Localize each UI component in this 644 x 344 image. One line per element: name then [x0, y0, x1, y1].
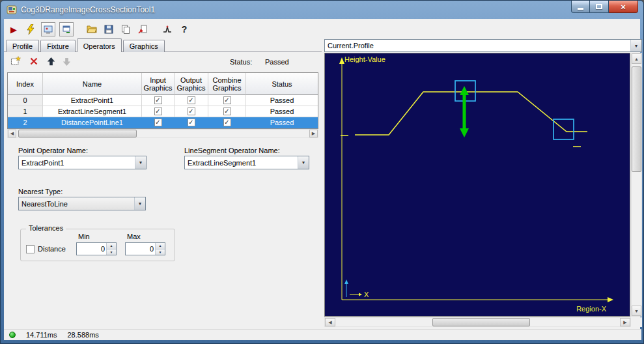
profile-vscrollbar[interactable]: ▲ ▼: [631, 53, 642, 317]
spin-up-icon[interactable]: ▲: [107, 243, 116, 250]
table-row[interactable]: 1 ExtractLineSegment1 ✓ ✓ ✓ Passed: [8, 106, 318, 117]
cell-input-graphics: ✓: [142, 106, 175, 117]
operators-toolbar: Status: Passed: [7, 55, 318, 68]
scroll-thumb[interactable]: [18, 130, 137, 137]
close-button[interactable]: ×: [609, 1, 638, 13]
arrow-up-icon: [46, 57, 56, 66]
max-spinner[interactable]: 0 ▲ ▼: [125, 242, 165, 255]
checkbox[interactable]: ✓: [223, 108, 231, 115]
status-value: Passed: [265, 58, 289, 66]
import-arrow-icon: [137, 24, 148, 35]
run-button[interactable]: ▶: [7, 23, 20, 36]
operators-table: Index Name Input Graphics Output Graphic…: [7, 72, 318, 129]
profile-display[interactable]: Height-Value Region-X X: [324, 53, 630, 317]
copy-button[interactable]: [119, 23, 132, 36]
show-image-button[interactable]: [41, 22, 55, 36]
nearest-type-label: Nearest Type:: [18, 188, 63, 195]
help-button[interactable]: ?: [178, 23, 191, 36]
check-icon: ✓: [224, 108, 229, 115]
col-header-name[interactable]: Name: [43, 73, 142, 95]
checkbox[interactable]: ✓: [188, 96, 195, 104]
scroll-thumb[interactable]: [632, 66, 641, 172]
check-icon: ✓: [155, 108, 160, 115]
add-operator-button[interactable]: [10, 55, 21, 67]
table-hscrollbar[interactable]: ◀ ▶: [7, 129, 318, 138]
open-button[interactable]: [85, 23, 98, 36]
scroll-left-arrow[interactable]: ◀: [8, 130, 16, 137]
y-axis-label: Height-Value: [344, 55, 385, 63]
min-spinner[interactable]: 0 ▲ ▼: [76, 242, 117, 255]
title-bar[interactable]: Cog3DRangeImageCrossSectionTool1 ×: [1, 1, 643, 19]
run-params-button[interactable]: [24, 23, 37, 36]
spin-down-icon[interactable]: ▼: [156, 250, 165, 255]
cell-output-graphics: ✓: [175, 117, 208, 128]
scroll-left-arrow[interactable]: ◀: [325, 318, 335, 326]
checkbox[interactable]: ✓: [223, 96, 231, 104]
profile-end-dashes: [341, 136, 581, 147]
dropdown-arrow-icon[interactable]: ▾: [298, 156, 309, 169]
check-icon: ✓: [188, 119, 193, 126]
cell-input-graphics: ✓: [142, 95, 175, 106]
point-operator-combobox[interactable]: ExtractPoint1 ▾: [18, 156, 147, 169]
scroll-right-arrow[interactable]: ▶: [620, 318, 630, 326]
tab-operators[interactable]: Operators: [77, 38, 122, 52]
dropdown-arrow-icon[interactable]: ▾: [630, 40, 641, 51]
minimize-button[interactable]: [571, 1, 590, 13]
checkbox[interactable]: ✓: [223, 119, 231, 126]
distance-arrowhead-bottom: [460, 128, 469, 137]
col-header-output-graphics[interactable]: Output Graphics: [175, 73, 208, 95]
col-header-combine-graphics[interactable]: Combine Graphics: [208, 73, 246, 95]
checkbox[interactable]: ✓: [188, 108, 195, 115]
dropdown-arrow-icon[interactable]: ▾: [135, 156, 146, 169]
col-header-input-graphics[interactable]: Input Graphics: [142, 73, 175, 95]
save-button[interactable]: [102, 23, 115, 36]
origin-y-arrowhead: [344, 280, 348, 284]
nearest-type-combobox[interactable]: NearestToLine ▾: [18, 197, 146, 210]
cell-index: 0: [8, 95, 43, 106]
linesegment-operator-combobox[interactable]: ExtractLineSegment1 ▾: [184, 156, 309, 169]
app-window: Cog3DRangeImageCrossSectionTool1 × ▶: [0, 0, 644, 344]
expression-button[interactable]: [161, 23, 174, 36]
cell-name: ExtractPoint1: [43, 95, 142, 106]
distance-checkbox[interactable]: [26, 245, 35, 253]
max-value[interactable]: 0: [126, 243, 155, 255]
cell-combine-graphics: ✓: [208, 106, 246, 117]
point-operator-label: Point Operator Name:: [18, 147, 88, 154]
scroll-up-arrow[interactable]: ▲: [632, 53, 641, 64]
help-icon: ?: [182, 24, 188, 35]
profile-selector-combobox[interactable]: Current.Profile ▾: [324, 39, 642, 52]
float-window-button[interactable]: [59, 22, 74, 36]
table-row-selected[interactable]: 2 DistancePointLine1 ✓ ✓ ✓ Passed: [8, 117, 318, 128]
tab-graphics[interactable]: Graphics: [123, 40, 165, 52]
scroll-thumb[interactable]: [432, 318, 530, 326]
point-operator-value: ExtractPoint1: [19, 159, 135, 167]
spin-up-icon[interactable]: ▲: [156, 243, 165, 250]
checkbox[interactable]: ✓: [154, 96, 162, 104]
scroll-down-arrow[interactable]: ▼: [632, 306, 641, 316]
x-axis-arrowhead: [608, 297, 613, 302]
profile-hscrollbar[interactable]: ◀ ▶: [324, 317, 631, 327]
status-bar: 14.711ms 28.588ms: [4, 329, 641, 340]
scroll-right-arrow[interactable]: ▶: [309, 130, 318, 137]
spin-down-icon[interactable]: ▼: [107, 250, 116, 255]
check-icon: ✓: [155, 119, 160, 126]
dropdown-arrow-icon[interactable]: ▾: [134, 197, 145, 210]
tab-profile[interactable]: Profile: [6, 40, 39, 52]
floppy-icon: [104, 24, 114, 35]
tab-fixture[interactable]: Fixture: [40, 40, 76, 52]
nearest-type-value: NearestToLine: [19, 200, 134, 208]
min-value[interactable]: 0: [77, 243, 106, 255]
delete-operator-button[interactable]: [28, 55, 40, 67]
maximize-button[interactable]: [590, 1, 609, 13]
table-row[interactable]: 0 ExtractPoint1 ✓ ✓ ✓ Passed: [8, 95, 318, 106]
paste-button[interactable]: [136, 23, 149, 36]
checkbox[interactable]: ✓: [188, 119, 195, 126]
move-down-button[interactable]: [61, 55, 72, 67]
checkbox[interactable]: ✓: [154, 119, 162, 126]
max-label: Max: [127, 233, 141, 240]
move-up-button[interactable]: [45, 55, 57, 67]
checkbox[interactable]: ✓: [154, 108, 162, 115]
col-header-status[interactable]: Status: [246, 73, 318, 95]
lightning-icon: [25, 24, 36, 35]
col-header-index[interactable]: Index: [8, 73, 43, 95]
